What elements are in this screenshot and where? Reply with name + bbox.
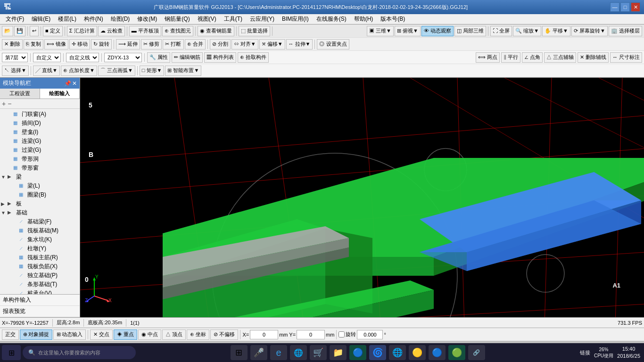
select-button[interactable]: ↖ 选择▼ <box>2 66 29 76</box>
edit-rebar-button[interactable]: ✏ 编辑钢筋 <box>172 52 203 63</box>
zoom-button[interactable]: 🔍 缩放▼ <box>513 26 541 36</box>
menu-item-h[interactable]: 帮助(H) <box>350 14 377 24</box>
tree-item-6[interactable]: ▦带形窗 <box>0 164 80 173</box>
tree-item-15[interactable]: ⟋柱墩(Y) <box>0 244 80 253</box>
intersection-button[interactable]: ✕ 交点 <box>90 329 113 340</box>
smart-layout-button[interactable]: ⊞ 智能布置▼ <box>165 66 201 76</box>
extend-button[interactable]: ⟶ 延伸 <box>116 39 140 49</box>
object-snap-button[interactable]: ⊕ 对象捕捉 <box>20 329 52 340</box>
tree-item-16[interactable]: ▦筏板主筋(R) <box>0 253 80 262</box>
menu-item-v[interactable]: 视图(V) <box>194 14 220 24</box>
taskbar-search[interactable]: 🔍 在这里输入你要搜索的内容 <box>23 346 136 359</box>
taskbar-link-button[interactable]: 🔗 <box>468 345 485 360</box>
angle-point-button[interactable]: ∠ 点角 <box>522 52 543 63</box>
fullscreen-button[interactable]: ⛶ 全屏 <box>490 26 512 36</box>
remove-icon[interactable]: − <box>8 100 11 107</box>
tab-project-settings[interactable]: 工程设置 <box>0 89 40 99</box>
menu-item-y[interactable]: 云应用(Y) <box>246 14 278 24</box>
top-view-button[interactable]: ⊞ 俯视▼ <box>395 26 421 36</box>
line-button[interactable]: ╱ 直线▼ <box>33 66 60 76</box>
coord-button[interactable]: ⊕ 坐标 <box>187 329 209 340</box>
view-rebar-button[interactable]: ◉ 查看钢筋量 <box>198 26 234 36</box>
rotate-checkbox[interactable] <box>339 331 345 337</box>
vertex-button[interactable]: △ 顶点 <box>162 329 186 340</box>
menu-item-b[interactable]: 版本号(B) <box>377 14 409 24</box>
copy-button[interactable]: ⎘ 复制 <box>24 39 43 49</box>
taskbar-app1[interactable]: 🔵 <box>349 345 366 360</box>
set-point-button[interactable]: ◎ 设置夹点 <box>317 39 349 49</box>
menu-item-f[interactable]: 文件(F) <box>2 14 28 24</box>
single-component-button[interactable]: 单构件输入 <box>0 295 80 306</box>
properties-button[interactable]: 🔧 属性 <box>147 52 170 63</box>
taskbar-app2[interactable]: 🌀 <box>369 345 386 360</box>
taskbar-store-button[interactable]: 🛒 <box>310 345 327 360</box>
no-offset-button[interactable]: ⊘ 不偏移 <box>210 329 238 340</box>
floor-selector[interactable]: 第7层 <box>2 53 28 62</box>
tree-item-20[interactable]: ⟋桩承台(V) <box>0 289 80 294</box>
tree-item-2[interactable]: ▦壁龛(I) <box>0 128 80 137</box>
delete-aux-line-button[interactable]: ✕ 删除辅线 <box>578 52 609 63</box>
tree-item-11[interactable]: ▼▶基础 <box>0 208 80 217</box>
tree-item-4[interactable]: ▦过梁(G) <box>0 146 80 155</box>
divide-button[interactable]: ⊘ 分割 <box>210 39 231 49</box>
level-button[interactable]: ▬ 平齐板顶 <box>129 26 161 36</box>
dynamic-input-button[interactable]: ⊞ 动态输入 <box>53 329 86 340</box>
taskbar-edge-button[interactable]: e <box>270 345 287 360</box>
pin-icon[interactable]: 📌 <box>64 80 71 87</box>
taskbar-ie-button[interactable]: 🌐 <box>290 345 307 360</box>
select-floor-button[interactable]: 🏢 选择楼层 <box>609 26 642 36</box>
menu-item-d[interactable]: 绘图(D) <box>107 14 134 24</box>
align-button[interactable]: ⇔ 对齐▼ <box>231 39 258 49</box>
batch-select-button[interactable]: ⬚ 批量选择 <box>239 26 270 36</box>
merge-button[interactable]: ⊕ 合并 <box>185 39 206 49</box>
viewport[interactable]: 5 B 0 A1 Y X Z <box>80 78 644 317</box>
find-button[interactable]: ⊕ 查找图元 <box>162 26 193 36</box>
dimension-button[interactable]: ↔ 尺寸标注 <box>610 52 642 63</box>
add-icon[interactable]: + <box>2 100 6 107</box>
tab-drawing-input[interactable]: 绘图输入 <box>40 89 80 99</box>
menu-item-l[interactable]: 楼层(L) <box>54 14 80 24</box>
start-button[interactable]: ⊞ <box>2 345 21 360</box>
undo-button[interactable]: ↩ <box>30 26 39 36</box>
menu-item-s[interactable]: 在线服务(S) <box>313 14 350 24</box>
pan-button[interactable]: ✋ 平移▼ <box>542 26 570 36</box>
move-button[interactable]: ✛ 移动 <box>69 39 90 49</box>
rotate-input[interactable] <box>357 330 383 339</box>
tree-item-0[interactable]: ▦门联窗(A) <box>0 110 80 119</box>
taskbar-apps-button[interactable]: ⊞ <box>231 345 248 360</box>
pick-component-button[interactable]: ⊕ 拾取构件 <box>238 52 269 63</box>
tree-item-18[interactable]: ⟋独立基础(P) <box>0 271 80 280</box>
close-panel-icon[interactable]: ✕ <box>72 80 77 87</box>
component-list-button[interactable]: ☰ 构件列表 <box>204 52 236 63</box>
style-selector[interactable]: ZDYX-13 <box>104 53 142 62</box>
taskbar-app6[interactable]: 🟢 <box>448 345 465 360</box>
ortho-button[interactable]: 正交 <box>2 329 19 340</box>
parallel-button[interactable]: ∥ 平行 <box>501 52 520 63</box>
taskbar-app3[interactable]: 🌐 <box>389 345 406 360</box>
calc-button[interactable]: Σ 汇总计算 <box>67 26 97 36</box>
menu-item-m[interactable]: 修改(M) <box>133 14 161 24</box>
tree-item-10[interactable]: ▶▶板 <box>0 199 80 208</box>
tree-item-12[interactable]: ⟋基础梁(F) <box>0 217 80 226</box>
screen-rotate-button[interactable]: ⟳ 屏幕旋转▼ <box>571 26 608 36</box>
tree-item-14[interactable]: ⟋集水坑(K) <box>0 235 80 244</box>
three-point-axis-button[interactable]: △ 三点辅轴 <box>544 52 576 63</box>
line-type-selector[interactable]: 自定义线 <box>66 53 99 62</box>
define-button[interactable]: ■ 定义 <box>43 26 63 36</box>
tree-item-8[interactable]: ▦梁(L) <box>0 181 80 190</box>
local-3d-button[interactable]: ◫ 局部三维 <box>454 26 486 36</box>
menu-item-t[interactable]: 工具(T) <box>220 14 246 24</box>
3d-button[interactable]: ▣ 三维▼ <box>367 26 394 36</box>
tree-item-5[interactable]: ▦带形洞 <box>0 155 80 164</box>
report-preview-button[interactable]: 报表预览 <box>0 306 80 317</box>
menu-item-q[interactable]: 钢筋量(Q) <box>161 14 193 24</box>
trim-button[interactable]: ✂ 修剪 <box>141 39 162 49</box>
three-arc-button[interactable]: ⌒ 三点画弧▼ <box>98 66 135 76</box>
point-length-button[interactable]: ⊕ 点加长度▼ <box>61 66 97 76</box>
tree-item-3[interactable]: ▦连梁(G) <box>0 137 80 146</box>
mirror-button[interactable]: ⟺ 镜像 <box>44 39 68 49</box>
close-button[interactable]: ✕ <box>631 2 640 12</box>
y-input[interactable] <box>297 330 325 339</box>
save-button[interactable]: 💾 <box>14 26 25 36</box>
tree-item-7[interactable]: ▼▶梁 <box>0 173 80 181</box>
